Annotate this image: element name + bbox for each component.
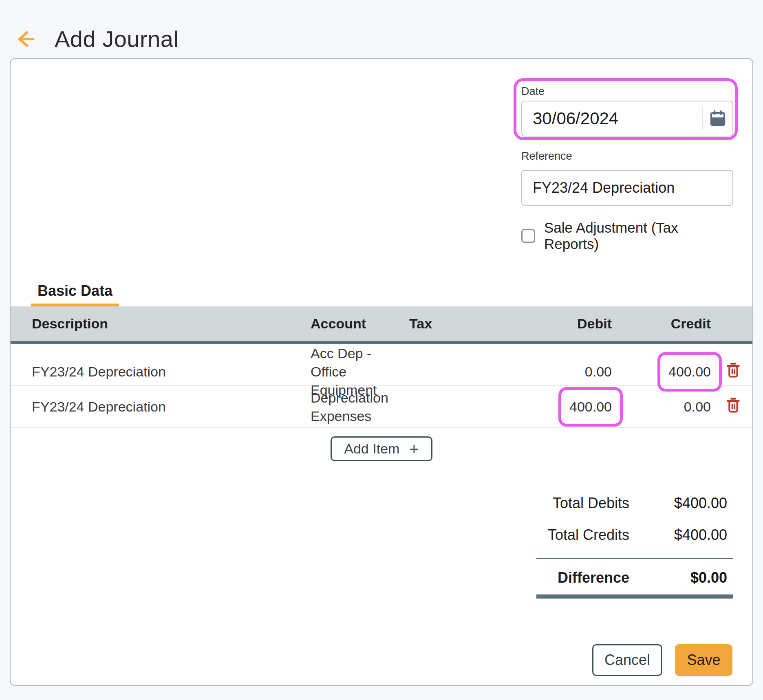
page-header: Add Journal [0, 0, 763, 58]
delete-row-button[interactable] [725, 361, 741, 380]
sale-adjustment-row: Sale Adjustment (Tax Reports) [521, 220, 733, 252]
trash-icon [725, 361, 741, 380]
account-value: Depreciation Expenses [311, 389, 409, 425]
description-value: FY23/24 Depreciation [11, 399, 311, 415]
tab-basic-data[interactable]: Basic Data [31, 282, 119, 306]
difference-row: Difference $0.00 [536, 569, 733, 587]
reference-input[interactable]: FY23/24 Depreciation [521, 170, 733, 206]
reference-label: Reference [521, 150, 733, 163]
back-button[interactable] [15, 29, 36, 50]
page-title: Add Journal [55, 26, 179, 52]
col-header-description: Description [11, 316, 311, 332]
date-picker-button[interactable] [702, 107, 732, 130]
totals-divider [536, 558, 733, 559]
total-debits-label: Total Debits [536, 495, 629, 512]
date-label: Date [521, 85, 733, 98]
delete-row-button[interactable] [725, 396, 741, 415]
sale-adjustment-checkbox[interactable] [521, 229, 535, 243]
date-value: 30/06/2024 [522, 109, 618, 128]
trash-icon [725, 396, 741, 415]
add-item-button[interactable]: Add Item + [331, 436, 432, 461]
form-actions: Cancel Save [11, 644, 752, 676]
journal-form-card: Date 30/06/2024 Reference FY23/24 Deprec… [10, 58, 753, 686]
add-item-row: Add Item + [11, 428, 752, 461]
arrow-left-icon [15, 29, 36, 50]
table-row: FY23/24 Depreciation Depreciation Expens… [11, 386, 752, 428]
calendar-icon [708, 109, 727, 128]
table-row: FY23/24 Depreciation Acc Dep - Office Eq… [11, 344, 752, 386]
difference-label: Difference [536, 569, 629, 586]
plus-icon: + [409, 441, 419, 457]
col-header-tax: Tax [409, 316, 481, 332]
journal-meta-form: Date 30/06/2024 Reference FY23/24 Deprec… [521, 85, 733, 252]
description-value: FY23/24 Depreciation [11, 364, 311, 380]
totals-bottom-bar [536, 594, 733, 599]
date-field-group: Date 30/06/2024 [521, 85, 733, 136]
totals-panel: Total Debits $400.00 Total Credits $400.… [536, 494, 733, 599]
table-header-row: Description Account Tax Debit Credit [11, 306, 752, 344]
sale-adjustment-label: Sale Adjustment (Tax Reports) [544, 220, 733, 252]
total-credits-value: $400.00 [629, 526, 733, 544]
total-credits-label: Total Credits [536, 526, 629, 544]
total-debits-value: $400.00 [629, 495, 733, 512]
cancel-button[interactable]: Cancel [592, 644, 662, 676]
col-header-credit: Credit [612, 316, 711, 332]
save-button[interactable]: Save [675, 644, 732, 676]
total-debits-row: Total Debits $400.00 [536, 494, 733, 512]
col-header-account: Account [311, 316, 409, 332]
reference-value: FY23/24 Depreciation [522, 179, 675, 196]
journal-items-table: Description Account Tax Debit Credit FY2… [11, 306, 752, 461]
col-header-debit: Debit [481, 316, 612, 332]
date-input[interactable]: 30/06/2024 [521, 101, 733, 136]
total-credits-row: Total Credits $400.00 [536, 526, 733, 544]
difference-value: $0.00 [629, 569, 733, 586]
reference-field-group: Reference FY23/24 Depreciation [521, 150, 733, 206]
